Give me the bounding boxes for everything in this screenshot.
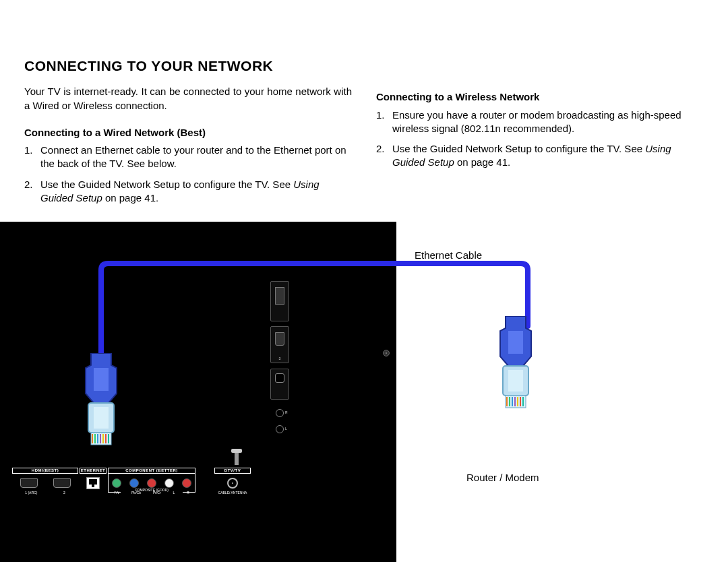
hdmi1-port — [20, 478, 38, 488]
rca-pr — [147, 478, 156, 488]
diagram-figure: 3 USB HDMI(BEST) OPTICAL AUDIO OUT R L H… — [0, 222, 728, 562]
wired-step-2: Use the Guided Network Setup to configur… — [24, 178, 352, 206]
comp-pr-label: Pr/Cr — [153, 491, 161, 495]
usb-label: USB — [268, 222, 289, 234]
tv-back-panel: 3 USB HDMI(BEST) OPTICAL AUDIO OUT R L H… — [0, 222, 396, 562]
hdmi3-label: HDMI(BEST) — [268, 236, 328, 247]
antenna-stub — [235, 453, 239, 465]
left-column: Your TV is internet-ready. It can be con… — [24, 85, 352, 212]
dtv-sub-label: CABLE/ ANTENNA — [218, 491, 247, 495]
wireless-subhead: Connecting to a Wireless Network — [376, 90, 704, 104]
hdmi3-port: 3 — [270, 326, 289, 363]
comp-pb-label: Pb/Cb — [131, 491, 141, 495]
comp-r-label: R — [187, 491, 189, 495]
wired-step-2a: Use the Guided Network Setup to configur… — [40, 179, 293, 190]
hdmi1-label: 1 (ARC) — [25, 491, 37, 495]
dtv-group: DTV/TV CABLE/ ANTENNA — [214, 468, 251, 496]
rca-y — [112, 478, 121, 488]
intro-text: Your TV is internet-ready. It can be con… — [24, 85, 352, 113]
svg-rect-11 — [508, 370, 523, 392]
wired-step-1: Connect an Ethernet cable to your router… — [24, 144, 352, 171]
comp-y-label: Y/V — [114, 491, 119, 495]
audio-l-label: L — [285, 427, 287, 431]
page-title: CONNECTING TO YOUR NETWORK — [24, 57, 704, 75]
hdmi-header: HDMI(BEST) — [12, 468, 78, 473]
ethernet-cable-label: Ethernet Cable — [415, 249, 482, 262]
wireless-step-2a: Use the Guided Network Setup to configur… — [392, 143, 645, 154]
wired-step-2b: on page 41. — [102, 192, 158, 204]
ethernet-port — [86, 477, 100, 489]
rj45-connector-tv — [78, 353, 125, 454]
router-modem-label: Router / Modem — [466, 471, 539, 485]
right-column: Connecting to a Wireless Network Ensure … — [376, 85, 704, 212]
audio-r-label: R — [285, 410, 288, 415]
bottom-port-panel: HDMI(BEST) 1 (ARC) 2 ETHERNET — [12, 468, 255, 496]
dtv-header: DTV/TV — [214, 468, 251, 473]
screw-dot — [383, 350, 390, 356]
optical-label: OPTICAL — [268, 250, 311, 261]
wireless-steps: Ensure you have a router or modem broadc… — [376, 108, 704, 170]
side-port-panel: 3 USB HDMI(BEST) OPTICAL AUDIO OUT R L — [268, 222, 291, 451]
hdmi2-label: 2 — [63, 491, 65, 495]
content-columns: Your TV is internet-ready. It can be con… — [24, 85, 704, 212]
hdmi-group: HDMI(BEST) 1 (ARC) 2 — [12, 468, 78, 496]
coax-port — [227, 478, 238, 489]
audio-out-r — [276, 409, 284, 417]
optical-port — [270, 369, 289, 400]
rca-r — [182, 478, 191, 488]
hdmi3-number: 3 — [271, 356, 289, 361]
wireless-step-1: Ensure you have a router or modem broadc… — [376, 108, 704, 136]
svg-rect-1 — [94, 407, 109, 429]
wired-subhead: Connecting to a Wired Network (Best) — [24, 126, 352, 139]
wired-steps: Connect an Ethernet cable to your router… — [24, 144, 352, 205]
rj45-connector-router — [492, 316, 539, 417]
hdmi2-port — [53, 478, 71, 488]
audio-out-l — [276, 425, 284, 433]
ethernet-group: ETHERNET — [80, 468, 107, 496]
component-group: COMPONENT (BETTER) COMPOSITE (GOOD) Y/V … — [108, 468, 195, 496]
usb-port — [270, 281, 289, 321]
rca-l — [164, 478, 174, 488]
ethernet-header: ETHERNET — [80, 468, 107, 473]
wireless-step-2b: on page 41. — [454, 156, 510, 168]
component-header: COMPONENT (BETTER) — [108, 468, 195, 473]
comp-l-label: L — [173, 491, 175, 495]
rca-pb — [129, 478, 139, 488]
wireless-step-2: Use the Guided Network Setup to configur… — [376, 142, 704, 170]
